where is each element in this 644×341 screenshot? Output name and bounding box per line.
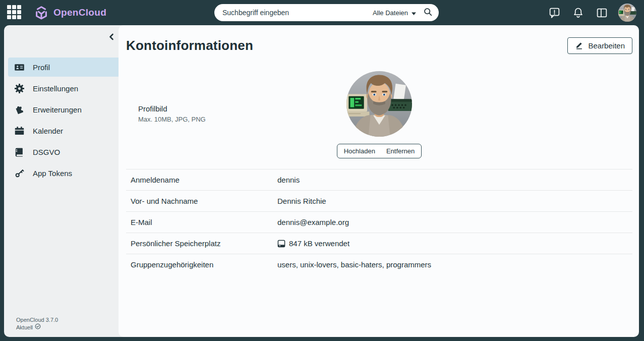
search-input[interactable] xyxy=(222,9,373,17)
user-avatar[interactable] xyxy=(618,4,636,22)
update-status: Aktuell xyxy=(16,324,33,331)
sidebar-item-app-tokens[interactable]: App Tokens xyxy=(8,163,120,183)
table-row: Gruppenzugehörigkeiten users, unix-lover… xyxy=(126,254,632,275)
chevron-left-icon xyxy=(108,33,115,41)
profile-picture-section: Profilbild Max. 10MB, JPG, PNG Hochladen… xyxy=(126,71,632,164)
feedback-button[interactable] xyxy=(547,6,561,20)
search-icon xyxy=(423,7,433,19)
notifications-button[interactable] xyxy=(571,6,585,20)
field-label: Persönlicher Speicherplatz xyxy=(126,239,277,248)
sidebar-item-profil[interactable]: Profil xyxy=(8,58,120,77)
opencloud-logo[interactable]: OpenCloud xyxy=(34,5,106,20)
remove-button[interactable]: Entfernen xyxy=(383,146,418,156)
table-row: Anmeldename dennis xyxy=(126,169,632,190)
side-panel-icon xyxy=(596,7,608,19)
sidebar-item-einstellungen[interactable]: Einstellungen xyxy=(8,79,120,98)
key-icon xyxy=(15,168,24,178)
app-title: OpenCloud xyxy=(53,7,106,18)
book-icon xyxy=(15,147,24,157)
account-info-table: Anmeldename dennis Vor- und Nachname Den… xyxy=(126,169,632,275)
app-version: OpenCloud 3.7.0 xyxy=(16,316,124,323)
topbar-actions xyxy=(547,4,636,22)
field-value-text: 847 kB verwendet xyxy=(289,239,349,248)
gear-icon xyxy=(15,84,24,93)
hard-drive-icon xyxy=(277,240,285,248)
sidebar-item-label: DSGVO xyxy=(33,148,60,156)
main-panel: Kontoinformationen Bearbeiten Profilbild… xyxy=(119,25,639,337)
sidebar-footer: OpenCloud 3.7.0 Aktuell xyxy=(4,316,124,331)
content-area: Profil xyxy=(0,25,644,341)
page-title: Kontoinformationen xyxy=(126,38,253,53)
chat-exclamation-icon xyxy=(548,7,561,19)
profile-picture-hint: Max. 10MB, JPG, PNG xyxy=(138,116,206,123)
table-row: E-Mail dennis@example.org xyxy=(126,211,632,233)
field-value: Dennis Ritchie xyxy=(277,197,326,205)
chevron-down-icon xyxy=(412,9,416,17)
field-value: users, unix-lovers, basic-haters, progra… xyxy=(277,260,431,269)
sidebar-item-label: App Tokens xyxy=(33,169,72,178)
field-label: E-Mail xyxy=(126,218,277,226)
sidebar-item-kalender[interactable]: Kalender xyxy=(8,121,120,140)
field-value: dennis xyxy=(277,176,300,184)
table-row: Persönlicher Speicherplatz 847 kB verwen… xyxy=(126,233,632,254)
sidebar-item-label: Erweiterungen xyxy=(33,105,82,114)
search-bar: Alle Dateien xyxy=(214,4,439,21)
search-submit-button[interactable] xyxy=(423,7,433,19)
profile-picture-actions: Hochladen Entfernen xyxy=(337,144,422,158)
sidebar-item-label: Profil xyxy=(33,63,50,72)
field-value: 847 kB verwendet xyxy=(277,239,349,248)
edit-button-label: Bearbeiten xyxy=(588,41,625,50)
sidebar-item-label: Kalender xyxy=(33,127,63,135)
opencloud-logo-icon xyxy=(34,5,49,20)
field-value: dennis@example.org xyxy=(277,218,349,226)
calendar-icon xyxy=(15,126,24,136)
sidebar: Profil xyxy=(4,25,124,337)
search-scope-dropdown[interactable]: Alle Dateien xyxy=(373,9,416,17)
contact-card-icon xyxy=(15,63,24,72)
field-label: Vor- und Nachname xyxy=(126,197,277,205)
sidebar-nav: Profil xyxy=(4,58,124,185)
field-label: Anmeldename xyxy=(126,176,277,184)
top-bar: OpenCloud Alle Dateien xyxy=(0,0,644,25)
sidebar-item-erweiterungen[interactable]: Erweiterungen xyxy=(8,100,120,119)
right-panel-toggle-button[interactable] xyxy=(595,6,609,20)
pencil-icon xyxy=(575,41,583,51)
sidebar-collapse-button[interactable] xyxy=(108,33,115,41)
field-label: Gruppenzugehörigkeiten xyxy=(126,260,277,269)
puzzle-piece-icon xyxy=(15,105,24,115)
search-scope-label: Alle Dateien xyxy=(373,9,408,17)
table-row: Vor- und Nachname Dennis Ritchie xyxy=(126,190,632,211)
bell-icon xyxy=(572,7,584,19)
check-circle-icon xyxy=(35,323,41,331)
profile-picture-label: Profilbild xyxy=(138,104,206,113)
upload-button[interactable]: Hochladen xyxy=(340,146,379,156)
edit-button[interactable]: Bearbeiten xyxy=(567,37,632,54)
profile-picture xyxy=(346,71,412,137)
app-launcher-grid-icon[interactable] xyxy=(7,5,22,20)
sidebar-item-dsgvo[interactable]: DSGVO xyxy=(8,142,120,161)
sidebar-item-label: Einstellungen xyxy=(33,84,78,93)
